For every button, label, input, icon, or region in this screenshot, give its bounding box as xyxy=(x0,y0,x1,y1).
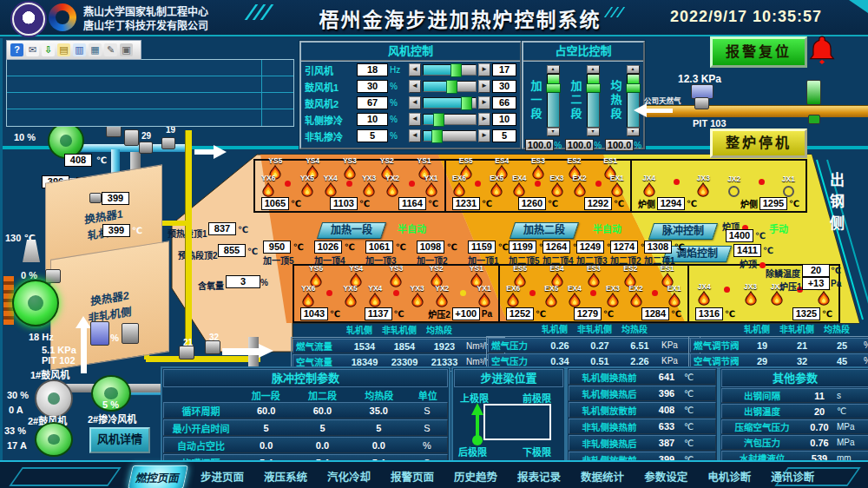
nav-tab-7[interactable]: 数据统计 xyxy=(575,465,629,488)
slider-thumb[interactable] xyxy=(546,83,561,93)
slider-up-arrow[interactable]: ▴ xyxy=(587,65,600,74)
fan-detail-button[interactable]: 风机详情 xyxy=(89,427,150,453)
burner-yx3[interactable]: YX3 xyxy=(411,285,424,307)
burner-ex1[interactable]: EX1 xyxy=(667,285,681,307)
help-icon[interactable]: ? xyxy=(10,43,23,56)
burner-jx3[interactable]: JX3 xyxy=(744,283,757,306)
burner-ex3[interactable]: EX3 xyxy=(549,175,563,197)
burner-ex6[interactable]: EX6 xyxy=(452,175,466,197)
gas-actuator[interactable] xyxy=(122,323,139,344)
burner-ex5[interactable]: EX5 xyxy=(490,175,503,197)
alarm-reset-button[interactable]: 报警复位 xyxy=(710,36,807,68)
slider-down-arrow[interactable]: ▾ xyxy=(547,128,560,136)
burner-ex2[interactable]: EX2 xyxy=(573,175,587,197)
duty-slider[interactable] xyxy=(627,74,640,128)
burner-yx6[interactable]: YX6 xyxy=(301,285,315,307)
slider-right-arrow[interactable]: ► xyxy=(478,63,490,76)
ng-shutoff-valve[interactable] xyxy=(808,115,820,124)
nav-tab-6[interactable]: 报表记录 xyxy=(512,465,566,488)
burner-jx1[interactable]: JX1 xyxy=(782,175,795,197)
nav-tab-4[interactable]: 报警页面 xyxy=(385,465,439,488)
blower1-icon[interactable] xyxy=(35,379,73,418)
fan-setpoint[interactable]: 5 xyxy=(492,129,516,142)
slider-down-arrow[interactable]: ▾ xyxy=(627,128,640,136)
nav-tab-2[interactable]: 液压系统 xyxy=(259,465,312,488)
burner-yx2[interactable]: YX2 xyxy=(385,175,399,197)
nav-tab-10[interactable]: 通讯诊断 xyxy=(766,465,819,488)
burner-ex4[interactable]: EX4 xyxy=(568,285,582,307)
burner-es3[interactable]: ES3 xyxy=(531,157,545,180)
fan-setpoint[interactable]: 17 xyxy=(492,63,516,76)
zone1-button[interactable]: 加热一段 xyxy=(317,222,386,239)
gas-valve[interactable] xyxy=(161,137,175,149)
burner-yx3[interactable]: YX3 xyxy=(362,175,376,197)
download-icon[interactable]: ⇩ xyxy=(42,43,55,56)
edit-icon[interactable]: ✎ xyxy=(104,43,117,56)
slider-left-arrow[interactable]: ◄ xyxy=(409,96,421,109)
burner-jx3[interactable]: JX3 xyxy=(697,175,710,197)
burner-yx2[interactable]: YX2 xyxy=(435,285,449,307)
duty-value[interactable]: 100.0 xyxy=(565,139,595,151)
burner-ex6[interactable]: EX6 xyxy=(506,285,520,307)
pit103-valve[interactable] xyxy=(694,97,709,109)
fan-value[interactable]: 18 xyxy=(357,63,388,76)
fan-slider[interactable] xyxy=(423,114,477,125)
burner-yx1[interactable]: YX1 xyxy=(477,285,491,307)
fan-setpoint[interactable]: 66 xyxy=(492,96,516,109)
gas-valve[interactable] xyxy=(139,142,153,154)
burner-yx5[interactable]: YX5 xyxy=(300,175,314,197)
slider-right-arrow[interactable]: ► xyxy=(478,113,490,126)
gas-valve[interactable] xyxy=(179,346,194,359)
gas-valve[interactable] xyxy=(205,340,220,354)
pulse-control-button[interactable]: 脉冲控制 xyxy=(648,223,718,240)
slider-right-arrow[interactable]: ► xyxy=(478,96,490,109)
slider-right-arrow[interactable]: ► xyxy=(478,129,490,142)
slider-up-arrow[interactable]: ▴ xyxy=(547,65,560,74)
fan-slider[interactable] xyxy=(423,81,477,92)
burner-jx4[interactable]: JX4 xyxy=(698,283,711,306)
vent-valve[interactable] xyxy=(124,129,139,146)
message-list-panel[interactable] xyxy=(6,59,294,127)
burner-ys3[interactable]: YS3 xyxy=(343,157,357,180)
slider-thumb[interactable] xyxy=(431,129,443,143)
slider-thumb[interactable] xyxy=(446,80,457,94)
lock-icon[interactable]: ▣ xyxy=(120,43,133,56)
burner-yx6[interactable]: YX6 xyxy=(261,175,275,197)
fan-setpoint[interactable]: 10 xyxy=(492,113,516,126)
burner-jx4[interactable]: JX4 xyxy=(642,175,655,197)
fan-value[interactable]: 5 xyxy=(357,129,388,142)
burner-ex4[interactable]: EX4 xyxy=(512,175,526,197)
fan-slider[interactable] xyxy=(423,97,477,109)
chart-icon[interactable]: ▥ xyxy=(73,43,86,56)
mail-icon[interactable]: ✉ xyxy=(26,43,39,56)
fan-value[interactable]: 67 xyxy=(357,96,388,109)
nav-tab-1[interactable]: 步进页面 xyxy=(195,465,249,488)
burner-ys3[interactable]: YS3 xyxy=(389,265,403,287)
burner-es3[interactable]: ES3 xyxy=(587,265,601,287)
fan-setpoint[interactable]: 30 xyxy=(492,80,516,93)
slider-thumb[interactable] xyxy=(586,83,601,93)
nav-tab-3[interactable]: 汽化冷却 xyxy=(322,465,376,488)
burner-ex2[interactable]: EX2 xyxy=(629,285,643,307)
slider-left-arrow[interactable]: ◄ xyxy=(409,63,421,76)
burner-ex1[interactable]: EX1 xyxy=(610,175,624,197)
slider-up-arrow[interactable]: ▴ xyxy=(627,65,640,74)
folder-icon[interactable]: ▤ xyxy=(57,43,70,56)
ng-actuator[interactable] xyxy=(806,80,821,105)
nav-tab-5[interactable]: 历史趋势 xyxy=(449,465,503,488)
nav-tab-0[interactable]: 燃控页面 xyxy=(128,465,188,488)
fan-value[interactable]: 10 xyxy=(357,113,388,126)
small-valve[interactable] xyxy=(89,193,102,203)
burner-yx4[interactable]: YX4 xyxy=(324,175,338,197)
burner-ex3[interactable]: EX3 xyxy=(606,285,620,307)
duct-valve[interactable] xyxy=(45,269,61,283)
burner-yx1[interactable]: YX1 xyxy=(424,175,438,197)
slider-left-arrow[interactable]: ◄ xyxy=(409,129,421,142)
slider-right-arrow[interactable]: ► xyxy=(478,80,490,93)
blower2-icon[interactable] xyxy=(35,422,73,457)
zone2-button[interactable]: 加热二段 xyxy=(510,222,579,239)
fan-value[interactable]: 30 xyxy=(357,80,388,93)
slider-left-arrow[interactable]: ◄ xyxy=(409,113,421,126)
slider-left-arrow[interactable]: ◄ xyxy=(409,80,421,93)
burner-yx5[interactable]: YX5 xyxy=(344,285,358,307)
